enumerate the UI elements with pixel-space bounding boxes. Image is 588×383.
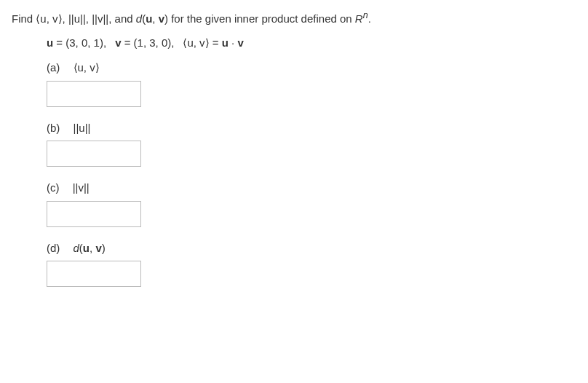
part-a-input[interactable] [47, 81, 141, 107]
prompt-rn-r: R [355, 12, 363, 25]
vector-u-label: u [47, 36, 53, 49]
prompt-period: . [368, 12, 371, 25]
part-d-v: v [95, 242, 101, 254]
part-d-expression: d(u, v) [74, 240, 106, 257]
part-a: (a) ⟨u, v⟩ [47, 60, 576, 107]
part-d-u: u [83, 242, 90, 254]
prompt-rn-sup: n [363, 10, 368, 20]
prompt-inner-product: ⟨u, v⟩ [36, 12, 62, 25]
prompt-tail: for the given inner product defined on [168, 12, 355, 25]
part-c-expression: ||v|| [73, 180, 90, 197]
prompt-d-u: u [146, 12, 152, 25]
prompt-norm-u: ||u|| [68, 12, 86, 25]
part-c-label: (c) [47, 180, 60, 197]
inner-product-dot: · [229, 36, 238, 49]
part-d-func: d [74, 242, 79, 254]
inner-product-def: ⟨u, v⟩ [183, 36, 209, 49]
prompt-d-comma: , [152, 12, 158, 25]
prompt-sep2: , [86, 12, 92, 25]
vector-u-value: = (3, 0, 1), [53, 36, 106, 49]
part-d: (d) d(u, v) [47, 240, 576, 288]
part-c-input[interactable] [47, 201, 141, 227]
part-d-input[interactable] [47, 261, 141, 287]
part-b-label: (b) [47, 120, 60, 137]
vector-definitions: u = (3, 0, 1),v = (1, 3, 0),⟨u, v⟩ = u ·… [47, 35, 576, 52]
inner-product-v: v [237, 36, 243, 49]
part-b: (b) ||u|| [47, 120, 576, 167]
part-b-input[interactable] [47, 141, 141, 167]
prompt-prefix: Find [12, 12, 36, 25]
prompt-norm-v: ||v|| [92, 12, 108, 25]
part-a-label: (a) [47, 60, 60, 76]
part-d-close: ) [102, 242, 106, 254]
prompt-sep3: , and [108, 12, 136, 25]
part-d-label: (d) [47, 240, 60, 257]
part-a-expression: ⟨u, v⟩ [74, 60, 100, 76]
part-b-expression: ||u|| [74, 120, 91, 137]
inner-product-eq: = [210, 36, 222, 49]
part-c: (c) ||v|| [47, 180, 576, 227]
vector-v-value: = (1, 3, 0), [121, 36, 174, 49]
prompt-sep1: , [63, 12, 68, 25]
prompt-d-func: d [136, 12, 142, 25]
prompt-d-v: v [159, 12, 164, 25]
inner-product-u: u [222, 36, 229, 49]
question-prompt: Find ⟨u, v⟩, ||u||, ||v||, and d(u, v) f… [12, 9, 576, 28]
